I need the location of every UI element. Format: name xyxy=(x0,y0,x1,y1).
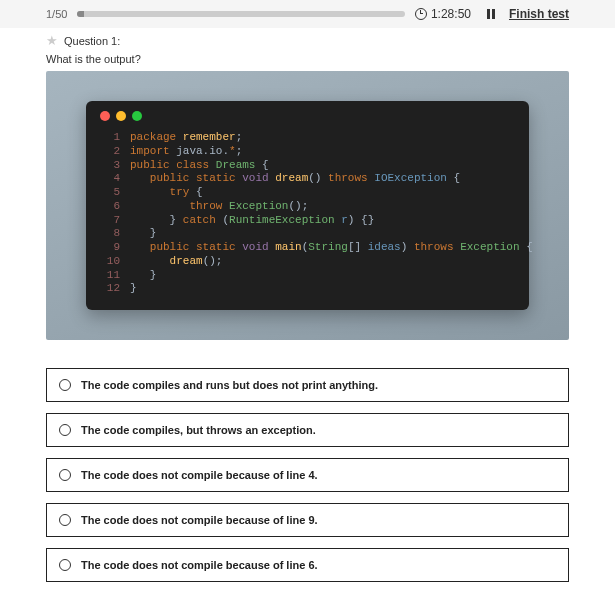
pause-icon[interactable] xyxy=(487,9,495,19)
code-line: 12} xyxy=(100,282,515,296)
code-line: 1package remember; xyxy=(100,131,515,145)
line-number: 3 xyxy=(100,159,120,173)
radio-icon xyxy=(59,559,71,571)
question-header: ★ Question 1: xyxy=(46,34,569,47)
time-remaining: 1:28:50 xyxy=(415,7,471,21)
line-content: } xyxy=(130,269,156,283)
close-dot-icon xyxy=(100,111,110,121)
code-line: 6 throw Exception(); xyxy=(100,200,515,214)
answer-option[interactable]: The code does not compile because of lin… xyxy=(46,548,569,582)
progress-counter: 1/50 xyxy=(46,8,67,20)
code-line: 5 try { xyxy=(100,186,515,200)
progress-bar xyxy=(77,11,405,17)
line-number: 10 xyxy=(100,255,120,269)
code-line: 10 dream(); xyxy=(100,255,515,269)
star-icon[interactable]: ★ xyxy=(46,34,58,47)
line-content: public static void main(String[] ideas) … xyxy=(130,241,533,255)
line-content: dream(); xyxy=(130,255,222,269)
question-number: Question 1: xyxy=(64,35,120,47)
line-number: 7 xyxy=(100,214,120,228)
line-content: try { xyxy=(130,186,203,200)
progress-fill xyxy=(77,11,84,17)
code-line: 11 } xyxy=(100,269,515,283)
code-line: 9 public static void main(String[] ideas… xyxy=(100,241,515,255)
code-frame: 1package remember;2import java.io.*;3pub… xyxy=(46,71,569,340)
code-line: 7 } catch (RuntimeException r) {} xyxy=(100,214,515,228)
option-text: The code does not compile because of lin… xyxy=(81,469,318,481)
answer-option[interactable]: The code does not compile because of lin… xyxy=(46,503,569,537)
line-number: 9 xyxy=(100,241,120,255)
answer-option[interactable]: The code does not compile because of lin… xyxy=(46,458,569,492)
maximize-dot-icon xyxy=(132,111,142,121)
line-number: 1 xyxy=(100,131,120,145)
option-text: The code compiles, but throws an excepti… xyxy=(81,424,316,436)
line-content: public class Dreams { xyxy=(130,159,269,173)
window-controls xyxy=(100,111,515,121)
line-content: public static void dream() throws IOExce… xyxy=(130,172,460,186)
line-content: throw Exception(); xyxy=(130,200,308,214)
option-text: The code does not compile because of lin… xyxy=(81,514,318,526)
answer-option[interactable]: The code compiles, but throws an excepti… xyxy=(46,413,569,447)
code-line: 8 } xyxy=(100,227,515,241)
question-prompt: What is the output? xyxy=(46,53,569,65)
line-content: } xyxy=(130,282,137,296)
answer-options: The code compiles and runs but does not … xyxy=(46,368,569,582)
line-number: 6 xyxy=(100,200,120,214)
radio-icon xyxy=(59,424,71,436)
code-line: 3public class Dreams { xyxy=(100,159,515,173)
line-number: 5 xyxy=(100,186,120,200)
line-content: } xyxy=(130,227,156,241)
line-content: } catch (RuntimeException r) {} xyxy=(130,214,374,228)
option-text: The code does not compile because of lin… xyxy=(81,559,318,571)
radio-icon xyxy=(59,514,71,526)
radio-icon xyxy=(59,469,71,481)
line-content: import java.io.*; xyxy=(130,145,242,159)
line-content: package remember; xyxy=(130,131,242,145)
line-number: 12 xyxy=(100,282,120,296)
time-text: 1:28:50 xyxy=(431,7,471,21)
line-number: 8 xyxy=(100,227,120,241)
code-line: 2import java.io.*; xyxy=(100,145,515,159)
line-number: 2 xyxy=(100,145,120,159)
option-text: The code compiles and runs but does not … xyxy=(81,379,378,391)
line-number: 11 xyxy=(100,269,120,283)
top-bar: 1/50 1:28:50 Finish test xyxy=(0,0,615,28)
minimize-dot-icon xyxy=(116,111,126,121)
answer-option[interactable]: The code compiles and runs but does not … xyxy=(46,368,569,402)
code-block: 1package remember;2import java.io.*;3pub… xyxy=(100,131,515,296)
clock-icon xyxy=(415,8,427,20)
finish-test-link[interactable]: Finish test xyxy=(509,7,569,21)
radio-icon xyxy=(59,379,71,391)
question-content: ★ Question 1: What is the output? 1packa… xyxy=(0,28,615,582)
code-terminal: 1package remember;2import java.io.*;3pub… xyxy=(86,101,529,310)
code-line: 4 public static void dream() throws IOEx… xyxy=(100,172,515,186)
line-number: 4 xyxy=(100,172,120,186)
